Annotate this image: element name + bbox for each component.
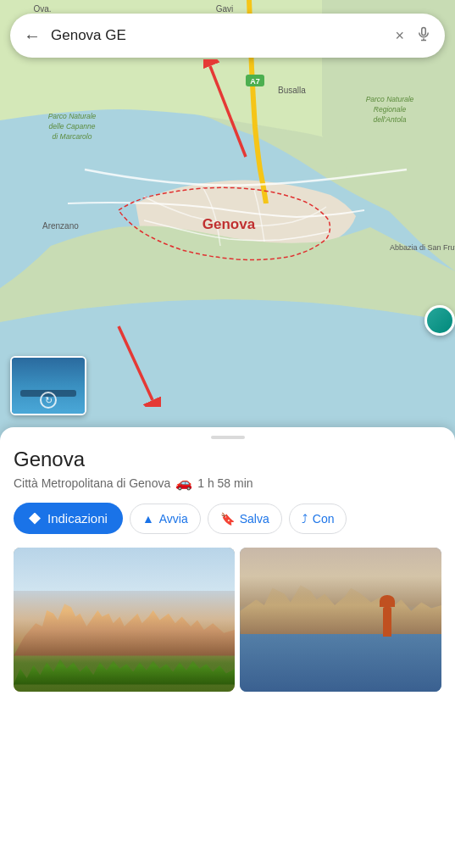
nav-diamond-icon [29,513,41,525]
search-query: Genova GE [51,27,395,44]
svg-text:Regionale: Regionale [374,105,407,114]
location-marker[interactable] [424,305,455,336]
svg-text:dell'Antola: dell'Antola [374,115,407,124]
salva-icon: 🔖 [220,512,235,526]
search-bar[interactable]: ← Genova GE × [10,14,445,58]
svg-text:delle Capanne: delle Capanne [49,122,96,131]
car-icon: 🚗 [175,475,192,491]
map-area[interactable]: A7 Gavi Ova. Busalla Parco Naturale dell… [0,0,455,441]
condividi-button[interactable]: ⤴ Con [289,504,347,534]
svg-text:Busalla: Busalla [278,86,306,95]
back-button[interactable]: ← [24,26,41,46]
svg-text:Parco Naturale: Parco Naturale [366,95,414,103]
place-subtitle: Città Metropolitana di Genova 🚗 1 h 58 m… [14,475,441,491]
svg-text:di Marcarolo: di Marcarolo [53,132,92,141]
svg-text:A7: A7 [250,77,260,86]
mic-button[interactable] [416,26,431,46]
avvia-icon: ▲ [142,512,154,526]
svg-text:Gavi: Gavi [216,4,234,14]
rotate-icon: ↻ [40,392,57,409]
indicazioni-button[interactable]: Indicazioni [14,503,123,534]
map-thumbnail[interactable]: ↻ [10,356,86,415]
condividi-icon: ⤴ [302,512,308,526]
svg-text:Ova.: Ova. [33,4,51,14]
actions-row: Indicazioni ▲ Avvia 🔖 Salva ⤴ Con [14,503,441,534]
svg-text:Arenzano: Arenzano [42,221,79,231]
photo-harbor[interactable] [240,548,441,692]
bottom-sheet: Genova Città Metropolitana di Genova 🚗 1… [0,427,455,868]
svg-text:Abbazia di San Fruttu: Abbazia di San Fruttu [390,243,455,252]
avvia-button[interactable]: ▲ Avvia [130,504,201,534]
salva-button[interactable]: 🔖 Salva [208,504,282,534]
svg-text:Parco Naturale: Parco Naturale [48,112,97,120]
place-name: Genova [14,448,441,471]
photo-cityscape[interactable] [14,548,235,692]
clear-button[interactable]: × [395,27,404,45]
photos-grid[interactable] [14,548,441,692]
svg-text:Genova: Genova [203,216,256,232]
svg-rect-19 [422,27,426,35]
